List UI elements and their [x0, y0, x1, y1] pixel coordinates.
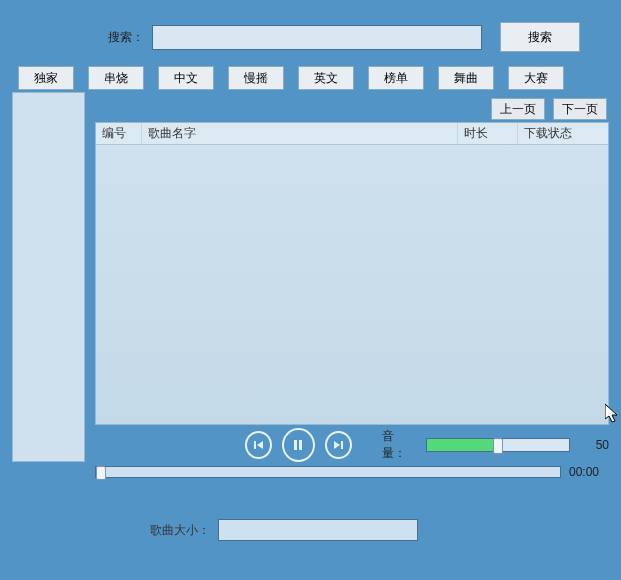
- category-mix[interactable]: 串烧: [88, 66, 144, 90]
- next-page-button[interactable]: 下一页: [553, 98, 607, 120]
- table-body: [96, 145, 608, 424]
- play-pause-button[interactable]: [282, 428, 315, 462]
- volume-fill: [427, 439, 498, 451]
- player-controls: 音量： 50: [95, 425, 609, 465]
- time-display: 00:00: [569, 465, 609, 479]
- category-chinese[interactable]: 中文: [158, 66, 214, 90]
- category-row: 独家 串烧 中文 慢摇 英文 榜单 舞曲 大赛: [0, 52, 621, 90]
- song-table[interactable]: 编号 歌曲名字 时长 下载状态: [95, 122, 609, 425]
- prev-track-button[interactable]: [245, 431, 272, 459]
- col-name[interactable]: 歌曲名字: [142, 123, 458, 144]
- svg-marker-4: [334, 441, 340, 449]
- progress-row: 00:00: [95, 465, 609, 479]
- category-exclusive[interactable]: 独家: [18, 66, 74, 90]
- prev-page-button[interactable]: 上一页: [491, 98, 545, 120]
- side-panel: [12, 92, 85, 462]
- col-id[interactable]: 编号: [96, 123, 142, 144]
- search-label: 搜索：: [108, 29, 144, 46]
- volume-slider[interactable]: [426, 438, 570, 452]
- category-dance[interactable]: 舞曲: [438, 66, 494, 90]
- category-slow[interactable]: 慢摇: [228, 66, 284, 90]
- category-contest[interactable]: 大赛: [508, 66, 564, 90]
- col-duration[interactable]: 时长: [458, 123, 518, 144]
- skip-prev-icon: [253, 439, 265, 451]
- svg-marker-1: [257, 441, 263, 449]
- pager-row: 上一页 下一页: [0, 90, 621, 120]
- size-input[interactable]: [218, 519, 418, 541]
- search-button[interactable]: 搜索: [500, 22, 580, 52]
- skip-next-icon: [332, 439, 344, 451]
- pause-icon: [291, 438, 305, 452]
- volume-label: 音量：: [382, 428, 416, 462]
- search-row: 搜索： 搜索: [0, 0, 621, 52]
- volume-value: 50: [586, 438, 609, 452]
- svg-rect-5: [341, 441, 343, 449]
- progress-slider[interactable]: [95, 466, 561, 478]
- progress-thumb[interactable]: [96, 466, 106, 480]
- col-status[interactable]: 下载状态: [518, 123, 608, 144]
- svg-rect-3: [299, 440, 302, 450]
- size-label: 歌曲大小：: [150, 522, 210, 539]
- next-track-button[interactable]: [325, 431, 352, 459]
- volume-thumb[interactable]: [493, 438, 503, 454]
- table-header: 编号 歌曲名字 时长 下载状态: [96, 123, 608, 145]
- search-input[interactable]: [152, 25, 482, 50]
- svg-rect-0: [254, 441, 256, 449]
- size-row: 歌曲大小：: [0, 479, 621, 541]
- category-rank[interactable]: 榜单: [368, 66, 424, 90]
- svg-rect-2: [294, 440, 297, 450]
- category-english[interactable]: 英文: [298, 66, 354, 90]
